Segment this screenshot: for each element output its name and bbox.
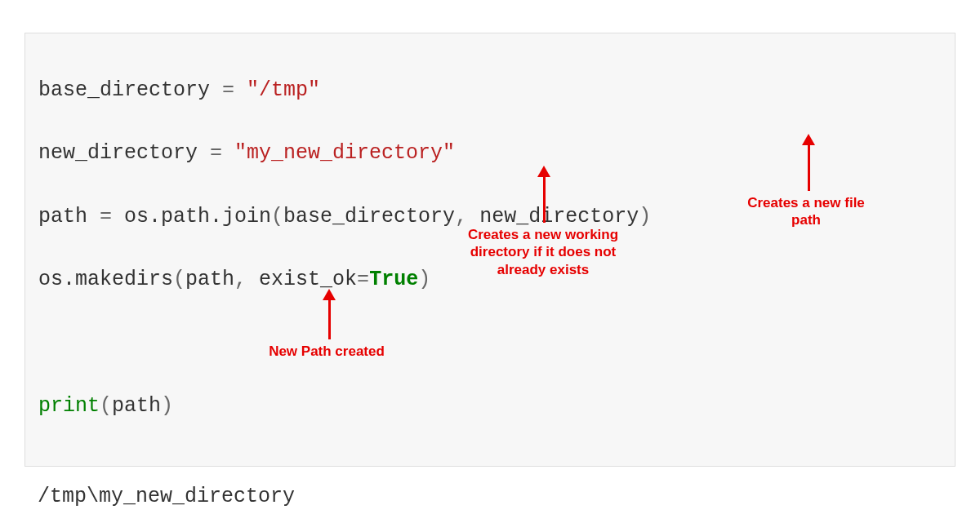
string-literal: "/tmp"	[247, 78, 320, 102]
paren: )	[418, 268, 430, 291]
arrow-makedirs	[537, 166, 550, 223]
arrow-join	[802, 134, 815, 191]
arrow-output	[323, 289, 336, 339]
annotation-output: New Path created	[261, 343, 392, 360]
variable-path: path	[38, 205, 87, 228]
comma: ,	[234, 268, 259, 291]
arrow-head-icon	[537, 166, 550, 177]
arrow-line-icon	[808, 145, 810, 191]
code-line-5: print(path)	[38, 391, 942, 423]
paren: )	[161, 394, 173, 418]
code-line-blank	[38, 328, 942, 360]
arg-path: path	[185, 268, 234, 291]
output-block: /tmp\my_new_directory	[24, 467, 956, 512]
assign-op: =	[87, 205, 124, 228]
paren: (	[100, 394, 112, 418]
comma: ,	[455, 205, 479, 228]
arg-new-directory: new_directory	[479, 205, 639, 228]
code-line-1: base_directory = "/tmp"	[38, 75, 942, 107]
arrow-line-icon	[543, 177, 546, 223]
paren: )	[639, 205, 651, 228]
kwarg-exist-ok: exist_ok	[259, 268, 357, 291]
annotation-join: Creates a new file path	[737, 194, 875, 229]
variable-new-directory: new_directory	[38, 141, 198, 165]
arrow-line-icon	[328, 300, 331, 339]
annotation-makedirs: Creates a new working directory if it do…	[466, 226, 621, 278]
arrow-head-icon	[802, 134, 815, 145]
arrow-head-icon	[323, 289, 336, 300]
arg-path: path	[112, 394, 161, 418]
variable-base-directory: base_directory	[38, 78, 210, 102]
assign-op: =	[210, 78, 247, 102]
arg-base-directory: base_directory	[283, 205, 455, 228]
function-os-makedirs: os.makedirs	[38, 268, 173, 291]
function-print: print	[38, 394, 100, 418]
equals: =	[357, 268, 369, 291]
string-literal: "my_new_directory"	[234, 141, 455, 165]
function-os-path-join: os.path.join	[124, 205, 271, 228]
paren: (	[271, 205, 283, 228]
assign-op: =	[198, 141, 234, 165]
paren: (	[173, 268, 185, 291]
keyword-true: True	[369, 268, 418, 291]
output-text: /tmp\my_new_directory	[38, 485, 295, 508]
